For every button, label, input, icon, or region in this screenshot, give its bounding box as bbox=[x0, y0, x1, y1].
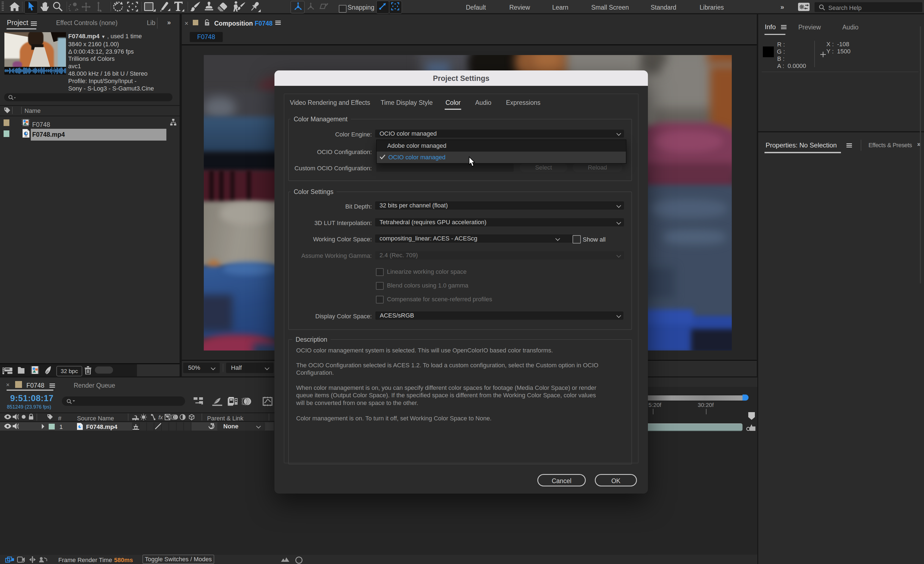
svg-text:fx: fx bbox=[158, 414, 164, 420]
